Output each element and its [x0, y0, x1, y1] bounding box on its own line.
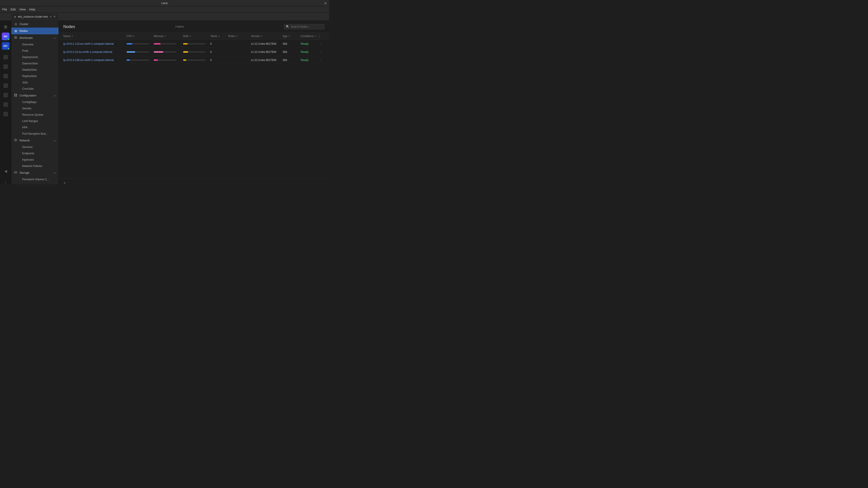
node-memory-3: [154, 59, 183, 61]
disk-bar-fill-1: [183, 43, 188, 44]
sidebar-item-daemonsets[interactable]: DaemonSets: [20, 60, 59, 67]
avatar-nu-status: [8, 38, 9, 40]
th-cpu[interactable]: CPU ▼: [127, 35, 154, 38]
node-age-1: 30d: [283, 42, 301, 45]
menu-file[interactable]: File: [2, 8, 7, 11]
cluster-close-icon[interactable]: ✕: [53, 15, 56, 18]
cpu-bar-1: [127, 43, 149, 44]
sidebar-item-secrets[interactable]: Secrets: [20, 105, 59, 111]
sidebar-item-poddisruption[interactable]: Pod Disruption Bud...: [20, 131, 59, 137]
rail-bottom-1[interactable]: ◀: [1, 167, 10, 175]
node-status-3: Ready: [301, 59, 318, 62]
th-more[interactable]: ⋮: [318, 35, 324, 38]
node-more-2[interactable]: ⋮: [318, 50, 324, 54]
rail-grid-icon[interactable]: ⊞: [1, 23, 10, 31]
sidebar-item-statefulsets[interactable]: StatefulSets: [20, 67, 59, 73]
sidebar-workloads-label: Workloads: [20, 36, 33, 39]
table-row[interactable]: ip-10-0-2-10.eu-north-1.compute.internal: [59, 48, 329, 56]
sidebar-section-network[interactable]: Network ▲: [11, 137, 59, 144]
th-conditions[interactable]: Conditions ▼: [301, 35, 318, 38]
rail-item-7[interactable]: [1, 110, 10, 119]
th-age[interactable]: Age ▼: [283, 35, 301, 38]
rail-item-6[interactable]: [1, 100, 10, 109]
cpu-sort-icon: ▼: [133, 35, 135, 37]
table-row[interactable]: ip-10-0-1-113.eu-north-1.compute.interna…: [59, 40, 329, 48]
sidebar-item-pods[interactable]: Pods: [20, 48, 59, 54]
rail-item-4[interactable]: [1, 81, 10, 90]
sidebar-item-resourcequotas[interactable]: Resource Quotas: [20, 111, 59, 118]
memory-bar-3: [154, 59, 176, 61]
avatar-eic-container[interactable]: EIC: [1, 41, 10, 50]
nodes-count: 3 items: [79, 25, 280, 28]
nodes-search-box[interactable]: 🔍: [284, 24, 324, 29]
node-version-1: v1.21.5-eks-9017834: [251, 42, 283, 45]
sidebar-item-jobs[interactable]: Jobs: [20, 79, 59, 86]
rail-item-3[interactable]: [1, 72, 10, 80]
node-taints-3: 0: [210, 59, 228, 62]
sidebar-nodes-label: Nodes: [20, 29, 28, 33]
cluster-share-icon[interactable]: ⎋: [50, 15, 52, 18]
conditions-sort-icon: ▼: [314, 35, 316, 37]
sidebar-item-configmaps[interactable]: ConfigMaps: [20, 99, 59, 105]
cluster-tab[interactable]: ◈ eks_instance-cluster-test ⎋ ✕: [11, 13, 59, 20]
cluster-tab-icon: ◈: [14, 15, 16, 18]
add-node-button[interactable]: +: [63, 181, 66, 184]
svg-rect-4: [16, 94, 17, 95]
network-chevron: ▲: [54, 139, 56, 142]
sidebar-item-nodes[interactable]: ⊞ Nodes: [11, 28, 59, 34]
sidebar-section-workloads[interactable]: Workloads ▲: [11, 34, 59, 41]
sidebar-item-hpa[interactable]: HPA: [20, 124, 59, 131]
menu-view[interactable]: View: [19, 8, 26, 11]
sidebar-item-limitranges[interactable]: Limit Ranges: [20, 118, 59, 124]
table-header-row: Name ▼ CPU ▼ Memory ▼ Disk ▼ Taints ▼: [59, 33, 329, 40]
avatar-nu-container[interactable]: NU: [1, 32, 10, 41]
taints-sort-icon: ▼: [218, 35, 220, 37]
sidebar-item-networkpolicies[interactable]: Network Policies: [20, 163, 59, 169]
nodes-page-title: Nodes: [63, 24, 75, 29]
node-taints-1: 0: [210, 42, 228, 45]
menu-edit[interactable]: Edit: [11, 8, 16, 11]
node-status-1: Ready: [301, 42, 318, 45]
cpu-bar-fill-1: [127, 43, 132, 44]
rail-item-5[interactable]: [1, 91, 10, 99]
workloads-chevron: ▲: [54, 37, 56, 39]
sidebar-item-services[interactable]: Services: [20, 144, 59, 150]
nodes-icon: ⊞: [14, 29, 18, 33]
node-more-1[interactable]: ⋮: [318, 41, 324, 46]
workloads-submenu: Overview Pods Deployments DaemonSets Sta…: [11, 41, 59, 92]
window-close-button[interactable]: ✕: [324, 1, 327, 5]
table-row[interactable]: ip-10-0-3-145.eu-north-1.compute.interna…: [59, 56, 329, 64]
sidebar-item-pvc[interactable]: Persistent Volume C...: [20, 176, 59, 183]
node-disk-1: [183, 43, 210, 44]
sidebar-item-deployments[interactable]: Deployments: [20, 54, 59, 60]
node-age-2: 30d: [283, 51, 301, 54]
node-cpu-3: [127, 59, 154, 61]
sidebar-item-endpoints[interactable]: Endpoints: [20, 150, 59, 157]
sidebar-item-overview[interactable]: Overview: [20, 41, 59, 48]
workloads-icon: [14, 36, 18, 40]
rail-item-1[interactable]: [1, 53, 10, 61]
th-name[interactable]: Name ▼: [63, 35, 127, 38]
rail-item-2[interactable]: [1, 62, 10, 71]
th-taints[interactable]: Taints ▼: [210, 35, 228, 38]
sidebar-item-cronjobs[interactable]: CronJobs: [20, 86, 59, 92]
sidebar-item-ingresses[interactable]: Ingresses: [20, 157, 59, 163]
sidebar-item-pv[interactable]: Persistent Volumes: [20, 183, 59, 184]
configuration-chevron: ▲: [54, 94, 56, 97]
node-version-3: v1.21.5-eks-9017834: [251, 59, 283, 62]
sidebar-item-replicasets[interactable]: ReplicaSets: [20, 73, 59, 79]
sidebar-item-cluster[interactable]: ⚙ Cluster: [11, 21, 59, 28]
node-cpu-1: [127, 43, 154, 44]
node-more-3[interactable]: ⋮: [318, 58, 324, 62]
th-roles[interactable]: Roles ▼: [228, 35, 251, 38]
th-version[interactable]: Version ▼: [251, 35, 283, 38]
sidebar-section-storage[interactable]: Storage ▲: [11, 169, 59, 176]
menu-help[interactable]: Help: [29, 8, 35, 11]
sidebar-section-configuration[interactable]: Configuration ▲: [11, 92, 59, 99]
th-memory[interactable]: Memory ▼: [154, 35, 183, 38]
th-disk[interactable]: Disk ▼: [183, 35, 210, 38]
nodes-search-input[interactable]: [291, 25, 322, 28]
disk-bar-1: [183, 43, 206, 44]
age-sort-icon: ▼: [288, 35, 290, 37]
rail-bottom-page[interactable]: 1: [1, 178, 10, 184]
